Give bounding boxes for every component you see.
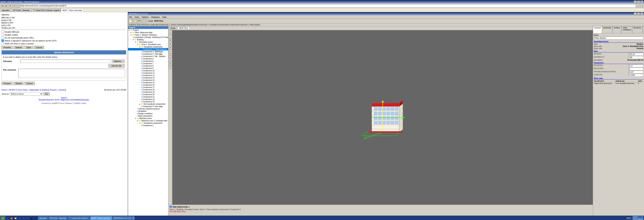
close-button[interactable]: ✕ xyxy=(640,1,643,3)
address-bar[interactable] xyxy=(20,4,636,8)
tree-item-comp15[interactable]: ■Component 15 xyxy=(128,81,168,84)
vtab-wufi-plus[interactable]: WUFI Plus xyxy=(178,27,190,30)
forward-button[interactable]: ► xyxy=(4,4,8,8)
tree-item-comp22[interactable]: ■Component 22 xyxy=(128,98,168,100)
menu-input[interactable]: Input xyxy=(134,16,140,18)
rse-input[interactable] xyxy=(629,67,643,70)
tree-item-comp8[interactable]: ■Component 8 xyxy=(128,65,168,67)
tree-item-localization[interactable]: ■ Localization (Climate: Göteborg (LTH D… xyxy=(128,36,168,39)
zoom-in-button[interactable]: + xyxy=(168,31,172,34)
tree-item-comp3[interactable]: ■ Component 3: Yttervägg xyxy=(128,53,168,55)
wufi-minimize-button[interactable]: ─ xyxy=(634,13,637,15)
zoom-out-button[interactable]: - xyxy=(168,35,172,38)
toolbar-open[interactable]: 📂 xyxy=(133,19,137,23)
area-input[interactable] xyxy=(629,53,643,56)
refresh-button[interactable]: ↻ xyxy=(8,4,12,8)
minimize-button[interactable]: ─ xyxy=(634,1,637,3)
tab-4[interactable]: WUFI - Post a new topic xyxy=(61,9,84,12)
tree-item-other-params[interactable]: ■ Other parameters xyxy=(128,115,168,117)
tree-item-comp6[interactable]: ■Component 6 xyxy=(128,60,168,62)
tree-item-comp4[interactable]: ■ Component 4: Tak - Stacken xyxy=(128,55,168,58)
taskbar-window-wufi-app[interactable]: WUFl®Plus V.3.1.0.0 - Sta... xyxy=(112,216,134,220)
select-button[interactable]: ↖ xyxy=(168,50,172,54)
tree-item-comp13[interactable]: ■Component 13 xyxy=(128,77,168,79)
cancel-button-top[interactable]: Cancel xyxy=(34,46,44,49)
view-3d[interactable]: 3 xyxy=(168,65,172,69)
tab-1[interactable]: aboutabs xyxy=(0,9,11,12)
taskbar-app2-icon[interactable]: ◇ xyxy=(34,216,38,220)
tree-item-comp-inne[interactable]: ■ Component 3: Inne vägg xyxy=(128,105,168,107)
tree-item-comp16[interactable]: ■Component 16 xyxy=(128,84,168,86)
tree-item-comp19[interactable]: ■Component 19 xyxy=(128,91,168,93)
tree-item-ventilation[interactable]: ■ Ventilation xyxy=(128,110,168,113)
file-comment-input[interactable] xyxy=(18,69,124,78)
menu-options[interactable]: Options xyxy=(141,16,149,18)
tree-item-comp10[interactable]: ■Component 10 xyxy=(128,69,168,72)
tree-item-building[interactable]: ▼ 📁 Building xyxy=(128,39,168,41)
tree-item-comp17[interactable]: ■Component 17 xyxy=(128,86,168,88)
prop-tab-assembly[interactable]: Assembly xyxy=(602,26,612,33)
preview-button-bottom[interactable]: Preview xyxy=(2,82,12,85)
prop-tab-general[interactable]: General xyxy=(593,26,602,33)
agb-link[interactable]: Allgemeine Geschäftsbedingungen xyxy=(61,99,89,101)
tree-item-design-conditions[interactable]: ■ Design conditions xyxy=(128,113,168,115)
prop-tab-numerics[interactable]: Numerics xyxy=(632,26,642,33)
tree-item-comp14[interactable]: ■Component 14 xyxy=(128,79,168,81)
toolbar-scope[interactable]: 🔍 xyxy=(143,19,147,23)
thermal-r-input[interactable] xyxy=(629,71,643,73)
prop-tab-report[interactable]: Report: data & results xyxy=(642,26,644,33)
tree-item-attached-zone1[interactable]: ▼ 📁 Attached zone 1: Unheated attic xyxy=(128,120,168,122)
attach-signature-checkbox[interactable] xyxy=(2,39,4,42)
breadcrumb-section[interactable]: General xyxy=(59,89,66,91)
go-button-jump[interactable]: Go xyxy=(44,92,50,95)
tab-3[interactable]: *** Canal 324 en directe, seguint F... xyxy=(32,9,61,12)
wufi-maximize-button[interactable]: □ xyxy=(637,13,640,15)
inclination-input[interactable] xyxy=(629,56,643,59)
tree-item-comp2[interactable]: ■ Component 2: Bjälklagas xyxy=(128,50,168,53)
back-button[interactable]: ◄ xyxy=(0,4,4,8)
name-input[interactable] xyxy=(594,37,643,39)
tree-item-comp21[interactable]: ■Component 21 xyxy=(128,96,168,98)
cancel-button-bottom[interactable]: Cancel xyxy=(24,82,34,85)
stop-button[interactable]: ✕ xyxy=(12,4,16,8)
save-button[interactable]: Save xyxy=(24,46,33,49)
tree-item-comp1[interactable]: ■ Component 1: Platta-Stacken xyxy=(128,48,168,50)
tree-item-sim-zones[interactable]: ▼ 📁 Simulated zones xyxy=(128,41,168,43)
tree-item-comp9[interactable]: ■Component 9 xyxy=(128,67,168,69)
taskbar-app1-icon[interactable]: ◆ xyxy=(30,216,34,220)
taskbar-window-sp-portal[interactable]: SP Portal - Startsida xyxy=(48,216,67,220)
tree-item-comp18[interactable]: ■Component 18 xyxy=(128,88,168,91)
breadcrumb-category[interactable]: Application & Building Physics xyxy=(30,89,56,91)
menu-file[interactable]: File xyxy=(128,16,132,18)
standard-terms-link[interactable]: Standard Business Terms xyxy=(38,99,60,101)
taskbar-ie-icon[interactable]: e xyxy=(6,216,9,220)
browse-button[interactable]: Bläddra... xyxy=(112,60,124,63)
preview-button-top[interactable]: Preview xyxy=(2,46,12,49)
view-front[interactable]: F xyxy=(168,54,172,57)
view-right[interactable]: R xyxy=(168,61,172,65)
tree-item-attached-zones[interactable]: ▼ 📁 Attached zones xyxy=(128,117,168,120)
tree-item-case1[interactable]: ▼ 📁 Case 1: Stacken-Göteborg xyxy=(128,34,168,36)
tree-item-zone1[interactable]: ▼ 📁 Zone 1: Simulated zone xyxy=(128,43,168,46)
taskbar-excel-icon[interactable]: X xyxy=(26,216,30,220)
toolbar-new[interactable]: 📄 xyxy=(128,19,132,23)
start-button[interactable]: ⊞ xyxy=(0,216,5,220)
tree-item-not-vis-comp[interactable]: ► 📁 Not visualized components xyxy=(128,103,168,105)
taskbar-folder-icon[interactable]: 📁 xyxy=(14,216,18,220)
toolbar-save[interactable]: 💾 xyxy=(137,19,141,23)
taskbar-window-wufi-forum[interactable]: WUFI - Post a new top... xyxy=(90,216,112,220)
menu-database[interactable]: Database xyxy=(151,16,160,18)
imprint-link[interactable]: Imprint xyxy=(61,97,67,99)
view-top[interactable]: T xyxy=(168,58,172,61)
vtab-scope[interactable]: Scope xyxy=(169,27,177,30)
rotate-button[interactable]: ↺ xyxy=(168,42,172,46)
filename-input[interactable] xyxy=(20,60,111,63)
menu-help[interactable]: Help xyxy=(162,16,167,18)
fit-button[interactable]: ⊡ xyxy=(168,46,172,50)
breadcrumb-forum-index[interactable]: WUFI® Forum Index xyxy=(9,89,28,91)
tree-item-comp20[interactable]: ■Component 20 xyxy=(128,93,168,96)
submit-button-bottom[interactable]: Submit xyxy=(13,82,24,85)
tree-item-project[interactable]: ▼ 📁 Project xyxy=(128,29,168,31)
taskbar-skype-icon[interactable]: S xyxy=(18,216,22,220)
prop-tab-surface[interactable]: Surface xyxy=(612,26,621,33)
